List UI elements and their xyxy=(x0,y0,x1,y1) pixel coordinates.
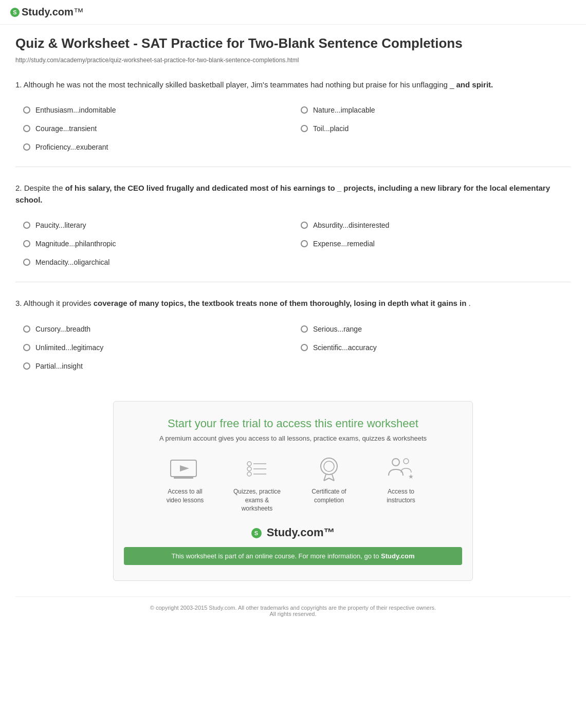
option-q1-toil[interactable]: Toil...placid xyxy=(293,119,571,138)
option-label-q1d: Toil...placid xyxy=(313,124,349,133)
logo-text: Study.com xyxy=(22,6,74,18)
feature-instructors-label: Access toinstructors xyxy=(373,487,429,505)
q2-text-before: 2. Despite the xyxy=(15,184,65,192)
option-label-q1c: Courage...transient xyxy=(35,124,97,133)
q3-text-bold: coverage of many topics, the textbook tr… xyxy=(94,299,467,307)
footer-rights: All rights reserved. xyxy=(23,611,563,617)
feature-certificate-label: Certificate ofcompletion xyxy=(301,487,357,505)
q3-text-before: 3. Although it provides xyxy=(15,299,94,307)
radio-q3e[interactable] xyxy=(23,362,30,370)
question-1-options: Enthusiasm...indomitable Nature...implac… xyxy=(15,101,571,156)
radio-q2d[interactable] xyxy=(301,240,308,247)
promo-logo: S Study.com™ xyxy=(124,526,462,539)
promo-footer-text: This worksheet is part of an online cour… xyxy=(171,552,381,560)
option-q3-partial[interactable]: Partial...insight xyxy=(15,357,293,375)
question-2-text: 2. Despite the of his salary, the CEO li… xyxy=(15,183,571,206)
instructors-icon: ★ xyxy=(386,456,416,482)
radio-q2b[interactable] xyxy=(301,222,308,229)
main-content: Quiz & Worksheet - SAT Practice for Two-… xyxy=(0,25,586,635)
svg-text:★: ★ xyxy=(408,473,414,480)
question-2-options: Paucity...literary Absurdity...disintere… xyxy=(15,216,571,271)
option-label-q2c: Magnitude...philanthropic xyxy=(35,240,116,248)
quizzes-icon-container xyxy=(242,455,272,483)
option-q1-proficiency[interactable]: Proficiency...exuberant xyxy=(15,138,293,156)
radio-q3c[interactable] xyxy=(23,344,30,351)
radio-q3b[interactable] xyxy=(301,325,308,333)
option-q2-expense[interactable]: Expense...remedial xyxy=(293,234,571,253)
option-label-q3e: Partial...insight xyxy=(35,362,83,370)
option-label-q2b: Absurdity...disinterested xyxy=(313,221,389,229)
certificate-icon xyxy=(314,456,344,482)
radio-q3d[interactable] xyxy=(301,344,308,351)
promo-footer-link[interactable]: Study.com xyxy=(381,552,415,560)
q1-text-before: 1. Although he was not the most technica… xyxy=(15,80,456,89)
svg-point-10 xyxy=(324,461,334,471)
option-label-q3d: Scientific...accuracy xyxy=(313,343,377,352)
option-q2-paucity[interactable]: Paucity...literary xyxy=(15,216,293,234)
q2-text-bold: of his salary, the CEO lived frugally an… xyxy=(15,184,550,204)
svg-point-5 xyxy=(247,467,251,471)
site-header: Study.com ™ xyxy=(0,0,586,25)
logo-icon xyxy=(10,8,20,17)
promo-footer-bar: This worksheet is part of an online cour… xyxy=(124,547,462,565)
option-q3-scientific[interactable]: Scientific...accuracy xyxy=(293,338,571,357)
option-label-q2d: Expense...remedial xyxy=(313,240,375,248)
radio-q2e[interactable] xyxy=(23,259,30,266)
svg-rect-2 xyxy=(174,477,193,479)
feature-video: Access to allvideo lessons xyxy=(157,455,213,513)
radio-q1d[interactable] xyxy=(301,125,308,132)
page-title: Quiz & Worksheet - SAT Practice for Two-… xyxy=(15,35,571,52)
feature-video-label: Access to allvideo lessons xyxy=(157,487,213,505)
svg-point-7 xyxy=(247,472,251,476)
feature-quizzes: Quizzes, practiceexams & worksheets xyxy=(229,455,285,513)
option-q2-absurdity[interactable]: Absurdity...disinterested xyxy=(293,216,571,234)
radio-q1c[interactable] xyxy=(23,125,30,132)
radio-q3a[interactable] xyxy=(23,325,30,333)
promo-logo-text: Study.com xyxy=(267,526,324,539)
radio-q2c[interactable] xyxy=(23,240,30,247)
option-label-q2e: Mendacity...oligarchical xyxy=(35,258,109,266)
question-3-text: 3. Although it provides coverage of many… xyxy=(15,298,571,310)
video-lessons-icon xyxy=(170,456,200,482)
feature-certificate: Certificate ofcompletion xyxy=(301,455,357,513)
option-label-q1a: Enthusiasm...indomitable xyxy=(35,106,116,114)
option-label-q3a: Cursory...breadth xyxy=(35,325,90,333)
option-q1-enthusiasm[interactable]: Enthusiasm...indomitable xyxy=(15,101,293,119)
radio-q2a[interactable] xyxy=(23,222,30,229)
svg-point-16 xyxy=(404,459,409,464)
svg-marker-1 xyxy=(180,465,189,471)
option-label-q1e: Proficiency...exuberant xyxy=(35,143,108,151)
radio-q1a[interactable] xyxy=(23,106,30,114)
promo-features: Access to allvideo lessons Quizzes, prac… xyxy=(124,455,462,513)
promo-title: Start your free trial to access this ent… xyxy=(124,417,462,430)
footer-copyright: © copyright 2003-2015 Study.com. All oth… xyxy=(23,605,563,611)
option-q3-unlimited[interactable]: Unlimited...legitimacy xyxy=(15,338,293,357)
svg-point-15 xyxy=(392,459,399,466)
svg-point-9 xyxy=(321,458,337,475)
question-3: 3. Although it provides coverage of many… xyxy=(15,298,571,386)
radio-q1e[interactable] xyxy=(23,143,30,151)
question-2: 2. Despite the of his salary, the CEO li… xyxy=(15,183,571,282)
option-label-q1b: Nature...implacable xyxy=(313,106,375,114)
promo-subtitle: A premium account gives you access to al… xyxy=(124,434,462,442)
question-3-options: Cursory...breadth Serious...range Unlimi… xyxy=(15,320,571,375)
option-q3-cursory[interactable]: Cursory...breadth xyxy=(15,320,293,338)
q3-text-after: . xyxy=(466,299,470,307)
option-q2-magnitude[interactable]: Magnitude...philanthropic xyxy=(15,234,293,253)
question-1: 1. Although he was not the most technica… xyxy=(15,79,571,168)
radio-q1b[interactable] xyxy=(301,106,308,114)
feature-quizzes-label: Quizzes, practiceexams & worksheets xyxy=(229,487,285,513)
option-q1-nature[interactable]: Nature...implacable xyxy=(293,101,571,119)
video-icon-container xyxy=(170,455,200,483)
svg-point-3 xyxy=(247,462,251,466)
option-q1-courage[interactable]: Courage...transient xyxy=(15,119,293,138)
promo-box: Start your free trial to access this ent… xyxy=(113,401,473,581)
option-q3-serious[interactable]: Serious...range xyxy=(293,320,571,338)
option-q2-mendacity[interactable]: Mendacity...oligarchical xyxy=(15,253,293,271)
q1-text-bold: and spirit. xyxy=(456,80,493,89)
option-label-q3c: Unlimited...legitimacy xyxy=(35,343,103,352)
quizzes-icon xyxy=(242,456,272,482)
feature-instructors: ★ Access toinstructors xyxy=(373,455,429,513)
option-label-q3b: Serious...range xyxy=(313,325,362,333)
certificate-icon-container xyxy=(314,455,344,483)
